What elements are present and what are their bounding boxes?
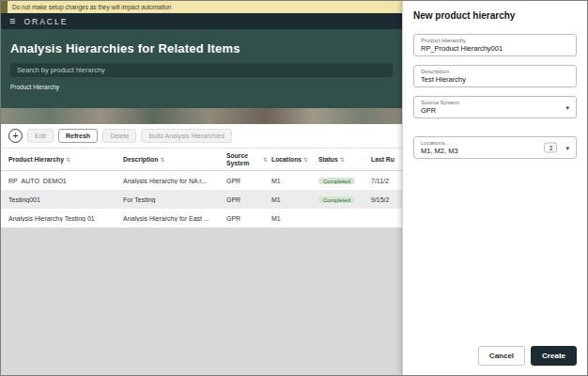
field-value: Test Hierarchy: [421, 75, 569, 84]
build-analysis-hierarchies-button[interactable]: Build Analysis Hierarchies: [141, 129, 232, 143]
sort-icon[interactable]: [263, 156, 268, 163]
column-header-locations[interactable]: Locations: [271, 156, 318, 163]
status-badge: Completed: [318, 178, 355, 184]
delete-button[interactable]: Delete: [102, 129, 136, 143]
cell-locations: M1: [271, 215, 318, 222]
column-header-description[interactable]: Description: [123, 156, 226, 163]
new-product-hierarchy-panel: New product hierarchy Product Hierarchy …: [402, 1, 587, 375]
status-badge: Completed: [318, 196, 355, 203]
cell-description: For Testing: [123, 196, 226, 203]
field-value: RP_Product Hierarchy001: [421, 44, 569, 53]
oracle-logo: ORACLE: [23, 17, 68, 26]
cell-source-system: GPR: [226, 196, 271, 203]
cell-source-system: GPR: [226, 178, 271, 184]
chevron-down-icon[interactable]: [565, 104, 569, 111]
cell-status: Completed: [318, 178, 371, 184]
column-header-product-hierarchy[interactable]: Product Hierarchy: [8, 156, 123, 163]
cell-product-hierarchy: Analysis Hierarchy Testing 01: [8, 215, 123, 222]
cell-locations: M1: [271, 196, 318, 203]
sort-icon[interactable]: [66, 156, 70, 163]
field-label: Product Hierarchy: [421, 38, 569, 43]
locations-count-badge: 3: [544, 143, 557, 153]
product-hierarchy-field[interactable]: Product Hierarchy RP_Product Hierarchy00…: [413, 34, 577, 56]
cell-product-hierarchy: RP_AUTO_DEMO1: [8, 178, 123, 184]
column-header-source-system[interactable]: Source System: [226, 152, 271, 167]
cancel-button[interactable]: Cancel: [478, 346, 525, 366]
table-toolbar: Edit Refresh Delete Build Analysis Hiera…: [1, 124, 402, 149]
refresh-button[interactable]: Refresh: [58, 129, 98, 143]
table-row[interactable]: RP_AUTO_DEMO1 Analysis Hierarchy for NA …: [1, 171, 402, 190]
cell-last-run: 7/11/2: [371, 178, 395, 184]
warning-banner: Do not make setup changes as they will i…: [1, 1, 402, 13]
table-header-row: Product Hierarchy Description Source Sys…: [1, 149, 402, 171]
banner-accent-icon: [1, 1, 8, 13]
main-area: Do not make setup changes as they will i…: [1, 1, 402, 375]
edit-button[interactable]: Edit: [27, 129, 54, 143]
source-system-select[interactable]: Source System GPR: [413, 96, 577, 118]
cell-status: Completed: [318, 196, 371, 203]
cell-description: Analysis Hierarchy for East ...: [123, 215, 226, 222]
cell-locations: M1: [271, 178, 318, 184]
banner-text: Do not make setup changes as they will i…: [12, 4, 171, 10]
field-label: Source System: [421, 100, 569, 105]
sort-icon[interactable]: [340, 156, 345, 163]
cell-description: Analysis Hierarchy for NA r...: [123, 178, 226, 184]
cell-last-run: 9/15/2: [371, 196, 395, 203]
panel-title: New product hierarchy: [413, 10, 577, 21]
field-label: Description: [421, 69, 569, 74]
table-row[interactable]: Analysis Hierarchy Testing 01 Analysis H…: [1, 209, 402, 227]
description-field[interactable]: Description Test Hierarchy: [413, 65, 577, 87]
column-header-last-run[interactable]: Last Ru: [371, 156, 395, 163]
cell-product-hierarchy: Testing001: [8, 196, 123, 203]
table-row[interactable]: Testing001 For Testing GPR M1 Completed …: [1, 190, 402, 209]
cell-source-system: GPR: [226, 215, 271, 222]
panel-footer: Cancel Create: [413, 346, 577, 366]
sort-icon[interactable]: [160, 156, 164, 163]
chevron-down-icon[interactable]: [565, 145, 569, 151]
add-button[interactable]: [8, 129, 23, 143]
hero-background-image: [1, 108, 402, 124]
app-window: Do not make setup changes as they will i…: [0, 0, 588, 376]
column-header-status[interactable]: Status: [318, 156, 371, 163]
create-button[interactable]: Create: [531, 346, 577, 366]
locations-select[interactable]: Locations M1, M2, M3 3: [413, 136, 577, 159]
page-header: Analysis Hierarchies for Related Items P…: [1, 29, 402, 124]
top-navbar: ORACLE: [1, 13, 402, 29]
search-input[interactable]: [10, 63, 393, 77]
filter-chip-label: Product Hierarchy: [10, 84, 59, 90]
page-title: Analysis Hierarchies for Related Items: [10, 29, 393, 55]
field-value: GPR: [421, 106, 569, 115]
sort-icon[interactable]: [303, 156, 308, 163]
filter-chip-product-hierarchy[interactable]: Product Hierarchy: [10, 84, 59, 90]
menu-icon[interactable]: [9, 16, 15, 26]
